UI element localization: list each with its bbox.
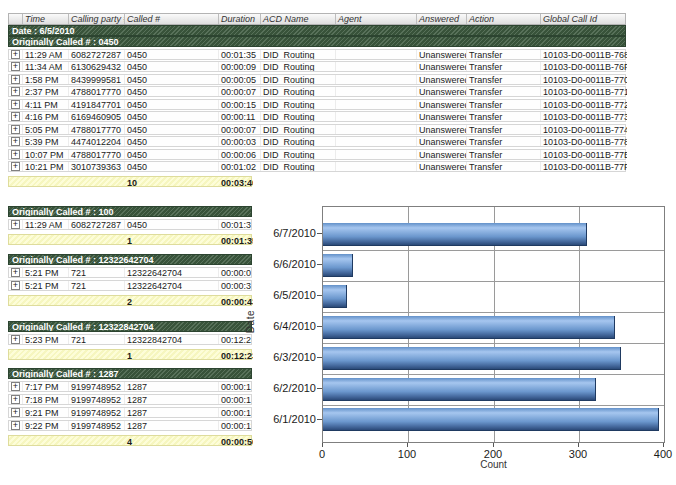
time-cell: 7:18 PM <box>23 395 69 404</box>
table-row[interactable]: +4:16 PM6169460905045000:00:11DID_Routin… <box>8 111 626 122</box>
group-summary-row: 200:00:43 <box>8 295 252 306</box>
time-cell: 5:23 PM <box>23 335 69 344</box>
expand-cell: + <box>9 150 23 159</box>
y-tick-label: 6/3/2010 <box>266 351 316 363</box>
expand-button[interactable]: + <box>11 382 20 391</box>
column-header-agent[interactable]: Agent <box>336 14 417 24</box>
action-cell: Transfer <box>467 50 541 59</box>
table-row[interactable]: +5:39 PM4474012204045000:00:03DID_Routin… <box>8 136 626 147</box>
duration-cell: 00:00:14 <box>219 408 251 417</box>
table-row[interactable]: +9:22 PM9199748952128700:00:11 <box>8 420 252 431</box>
table-row[interactable]: +9:21 PM9199748952128700:00:14 <box>8 407 252 418</box>
table-row[interactable]: +7:17 PM9199748952128700:00:13 <box>8 381 252 392</box>
summary-total-duration: 00:00:50 <box>219 436 253 445</box>
expand-button[interactable]: + <box>11 87 20 96</box>
originally-called-group-header: Originally Called # : 1287 <box>8 368 252 379</box>
calling-party-cell: 721 <box>69 335 125 344</box>
called-number-cell: 0450 <box>125 137 219 146</box>
table-column-header-row: TimeCalling party #Called #DurationACD N… <box>8 13 626 25</box>
column-header-acd-name[interactable]: ACD Name <box>261 14 336 24</box>
called-number-cell: 12322642704 <box>125 268 219 277</box>
expand-cell: + <box>9 421 23 430</box>
time-cell: 5:39 PM <box>23 137 69 146</box>
y-tick-mark <box>317 419 322 420</box>
agent-cell <box>336 162 417 171</box>
expand-cell: + <box>9 100 23 109</box>
called-number-cell: 1287 <box>125 395 219 404</box>
called-number-cell: 12322842704 <box>125 335 219 344</box>
summary-spacer <box>9 235 125 244</box>
expand-button[interactable]: + <box>11 335 20 344</box>
table-row[interactable]: +11:34 AM6130629432045000:00:09DID_Routi… <box>8 61 626 72</box>
bar-chart-plot-area <box>322 206 665 443</box>
table-row[interactable]: +11:29 AM6082727287045000:01:35DID_Routi… <box>8 49 626 60</box>
originally-called-group-header: Originally Called # : 12322842704 <box>8 321 252 332</box>
called-number-cell: 0450 <box>125 62 219 71</box>
chart-bar <box>323 378 596 401</box>
expand-button[interactable]: + <box>11 50 20 59</box>
called-number-cell: 1287 <box>125 408 219 417</box>
table-row[interactable]: +5:21 PM7211232264270400:00:09 <box>8 267 252 278</box>
table-row[interactable]: +4:11 PM4191847701045000:00:15DID_Routin… <box>8 99 626 110</box>
expand-button[interactable]: + <box>11 150 20 159</box>
table-row[interactable]: +7:18 PM9199748952128700:00:12 <box>8 394 252 405</box>
table-row[interactable]: +2:37 PM4788017770045000:00:07DID_Routin… <box>8 86 626 97</box>
acd-name-cell: DID_Routing <box>261 75 336 84</box>
answered-cell: Unanswered <box>417 162 467 171</box>
agent-cell <box>336 100 417 109</box>
expand-button[interactable]: + <box>11 112 20 121</box>
chart-bar <box>323 347 621 370</box>
expand-button[interactable]: + <box>11 281 20 290</box>
column-header-duration[interactable]: Duration <box>219 14 261 24</box>
expand-button[interactable]: + <box>11 75 20 84</box>
column-header-called[interactable]: Called # <box>125 14 219 24</box>
x-tick-mark <box>663 443 664 447</box>
expand-button[interactable]: + <box>11 125 20 134</box>
agent-cell <box>336 50 417 59</box>
table-row[interactable]: +10:07 PM4788017770045000:00:06DID_Routi… <box>8 149 626 160</box>
summary-spacer <box>9 177 125 186</box>
expand-button[interactable]: + <box>11 220 20 229</box>
originally-called-group-header: Originally Called # : 0450 <box>8 36 626 47</box>
table-row[interactable]: +5:05 PM4788017770045000:00:07DID_Routin… <box>8 124 626 135</box>
expand-button[interactable]: + <box>11 137 20 146</box>
column-header-answered[interactable]: Answered <box>417 14 467 24</box>
agent-cell <box>336 125 417 134</box>
table-row[interactable]: +5:23 PM7211232284270400:12:23 <box>8 334 252 345</box>
expand-button[interactable]: + <box>11 421 20 430</box>
calling-party-cell: 4788017770 <box>69 87 125 96</box>
agent-cell <box>336 75 417 84</box>
agent-cell <box>336 87 417 96</box>
expand-button[interactable]: + <box>11 268 20 277</box>
action-cell: Transfer <box>467 137 541 146</box>
expand-cell: + <box>9 87 23 96</box>
column-header-calling-party[interactable]: Calling party # <box>69 14 125 24</box>
group-summary-row: 400:00:50 <box>8 435 252 446</box>
acd-name-cell: DID_Routing <box>261 137 336 146</box>
called-number-cell: 0450 <box>125 162 219 171</box>
duration-cell: 00:00:12 <box>219 395 251 404</box>
summary-count: 2 <box>125 296 219 305</box>
column-header-action[interactable]: Action <box>467 14 541 24</box>
expand-button[interactable]: + <box>11 408 20 417</box>
answered-cell: Unanswered <box>417 137 467 146</box>
expand-button[interactable]: + <box>11 162 20 171</box>
group-summary-row: 1000:03:40 <box>8 176 252 187</box>
table-row[interactable]: +5:21 PM7211232264270400:00:34 <box>8 280 252 291</box>
called-number-cell: 12322642704 <box>125 281 219 290</box>
called-number-cell: 0450 <box>125 87 219 96</box>
column-header-global-call-id[interactable]: Global Call Id <box>541 14 627 24</box>
expand-button[interactable]: + <box>11 62 20 71</box>
expand-cell: + <box>9 62 23 71</box>
expand-cell: + <box>9 162 23 171</box>
table-row[interactable]: +1:58 PM8439999581045000:00:05DID_Routin… <box>8 74 626 85</box>
table-row[interactable]: +10:21 PM3010739363045000:01:02DID_Routi… <box>8 161 626 172</box>
expand-button[interactable]: + <box>11 100 20 109</box>
action-cell: Transfer <box>467 125 541 134</box>
duration-cell: 00:00:13 <box>219 382 251 391</box>
expand-button[interactable]: + <box>11 395 20 404</box>
action-cell: Transfer <box>467 112 541 121</box>
table-row[interactable]: +11:29 AM6082727287045000:01:35 <box>8 219 252 230</box>
action-cell: Transfer <box>467 100 541 109</box>
column-header-time[interactable]: Time <box>23 14 69 24</box>
